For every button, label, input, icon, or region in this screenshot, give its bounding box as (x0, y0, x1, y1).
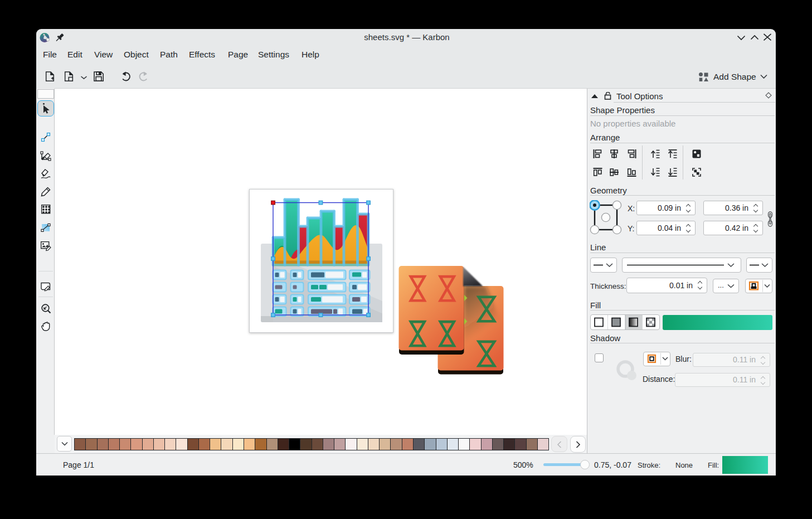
svg-text:...: ... (718, 281, 724, 289)
